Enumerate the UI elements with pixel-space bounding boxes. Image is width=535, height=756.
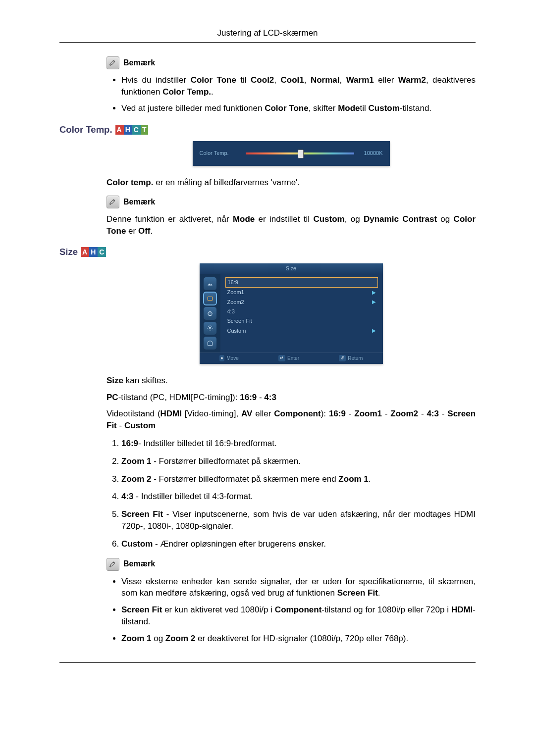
mode-tags-color-temp: AHCT (115, 125, 149, 135)
footer-return: Return (348, 355, 363, 362)
size-options-list: 16:9 Zoom1▶ Zoom2▶ 4:3 Screen Fit Custom… (220, 274, 383, 353)
ct-panel-label: Color Temp. (200, 150, 242, 157)
section-color-temp: Color Temp. AHCT (59, 123, 476, 136)
size-list-item: Custom - Ændrer opløsningen efter bruger… (121, 538, 476, 550)
note-row-2: Bemærk (107, 196, 476, 208)
size-option-16-9[interactable]: 16:9 (225, 277, 378, 288)
note-label: Bemærk (123, 558, 155, 569)
note-row-1: Bemærk (107, 56, 476, 69)
page-title: Justering af LCD-skærmen (217, 28, 318, 38)
footer-move: Move (226, 355, 238, 362)
arrow-right-icon: ▶ (372, 327, 376, 334)
size-option-4-3[interactable]: 4:3 (225, 307, 378, 316)
section-size: Size AHC (59, 246, 476, 258)
size-icon-column (200, 274, 220, 353)
note2-item: Zoom 1 og Zoom 2 er deaktiveret for HD-s… (121, 633, 476, 645)
note-icon (107, 196, 119, 208)
color-temp-panel-wrap: Color Temp. 10000K (107, 141, 476, 166)
picture-mode-icon[interactable] (204, 277, 216, 290)
arrow-right-icon: ▶ (372, 299, 376, 305)
size-tab-icon[interactable] (204, 292, 216, 305)
svg-rect-0 (208, 297, 212, 300)
input-icon[interactable] (204, 337, 216, 350)
size-option-screen-fit[interactable]: Screen Fit (225, 316, 378, 326)
size-list-item: Zoom 2 - Forstørrer billedformatet på sk… (121, 473, 476, 485)
notes1-list: Hvis du indstiller Color Tone til Cool2,… (107, 74, 476, 114)
footer-enter: Enter (287, 355, 299, 362)
arrow-right-icon: ▶ (372, 289, 376, 296)
svg-point-2 (209, 327, 211, 329)
size-panel-title: Size (200, 263, 383, 274)
size-list-item: 16:9- Indstiller billedet til 16:9-bredf… (121, 438, 476, 450)
mode-h-tag: H (124, 125, 132, 135)
content-area: Bemærk Hvis du indstiller Color Tone til… (59, 56, 476, 645)
page-header: Justering af LCD-skærmen (59, 27, 476, 43)
size-option-zoom2[interactable]: Zoom2▶ (225, 298, 378, 307)
mode-tags-size: AHC (81, 247, 106, 257)
note-icon (107, 56, 119, 69)
ct-slider-thumb[interactable] (298, 150, 304, 158)
settings-icon[interactable] (204, 322, 216, 335)
notes2-list: Visse eksterne enheder kan sende signale… (107, 576, 476, 645)
note-row-3: Bemærk (107, 558, 476, 571)
size-option-custom[interactable]: Custom▶ (225, 326, 378, 336)
mode-a-tag: A (81, 247, 89, 257)
size-panel-wrap: Size 16:9 Zoom1▶ Zoom2▶ 4:3 Scree (107, 263, 476, 363)
mode-h-tag: H (89, 247, 98, 257)
size-list-item: 4:3 - Indstiller billedet til 4:3-format… (121, 491, 476, 503)
ct-panel-value: 10000K (358, 150, 383, 157)
size-p3: Videotilstand (HDMI [Video-timing], AV e… (107, 408, 476, 432)
note-label: Bemærk (123, 57, 155, 68)
size-list-item: Zoom 1 - Forstørrer billedformatet på sk… (121, 455, 476, 467)
ct-slider-track[interactable] (246, 152, 354, 154)
size-p1: Size kan skiftes. (107, 375, 476, 387)
footer-rule (59, 662, 476, 663)
note-icon (107, 558, 119, 571)
color-temp-desc: Color temp. er en måling af billedfarver… (107, 177, 476, 189)
note2-item: Screen Fit er kun aktiveret ved 1080i/p … (121, 604, 476, 628)
size-option-zoom1[interactable]: Zoom1▶ (225, 288, 378, 297)
size-p2: PC-tilstand (PC, HDMI[PC-timing]): 16:9 … (107, 392, 476, 403)
mode-c-tag: C (98, 247, 106, 257)
mode-c-tag: C (132, 125, 141, 135)
mode-t-tag: T (141, 125, 149, 135)
color-temp-panel: Color Temp. 10000K (193, 141, 390, 166)
color-temp-note: Denne funktion er aktiveret, når Mode er… (107, 213, 476, 237)
size-panel: Size 16:9 Zoom1▶ Zoom2▶ 4:3 Scree (200, 263, 383, 363)
size-numbered-list: 16:9- Indstiller billedet til 16:9-bredf… (107, 438, 476, 550)
mode-a-tag: A (115, 125, 124, 135)
size-panel-footer: ♦Move ↵Enter ↺Return (200, 353, 383, 364)
size-list-item: Screen Fit - Viser inputscenerne, som hv… (121, 508, 476, 532)
note2-item: Visse eksterne enheder kan sende signale… (121, 576, 476, 600)
section-heading: Color Temp. (59, 123, 112, 136)
note-label: Bemærk (123, 197, 155, 207)
note1-item: Hvis du indstiller Color Tone til Cool2,… (121, 74, 476, 98)
section-heading: Size (59, 246, 78, 258)
timer-icon[interactable] (204, 307, 216, 320)
note1-item: Ved at justere billeder med funktionen C… (121, 102, 476, 114)
